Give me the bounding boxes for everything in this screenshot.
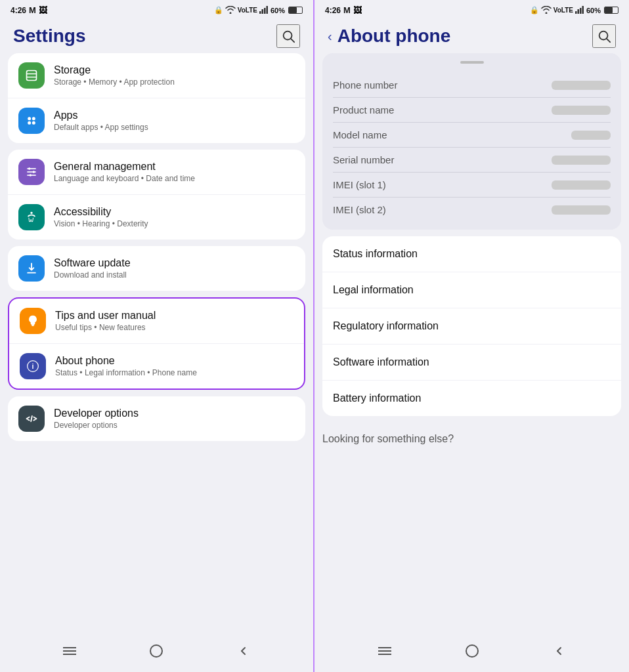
developer-text: Developer options Developer options bbox=[54, 408, 295, 430]
search-icon-right bbox=[597, 29, 611, 43]
imei1-label: IMEI (slot 1) bbox=[333, 179, 386, 190]
svg-point-18 bbox=[30, 174, 32, 176]
about-phone-subtitle: Status • Legal information • Phone name bbox=[55, 368, 293, 377]
developer-icon bbox=[18, 406, 45, 432]
gallery-icon: 🖼 bbox=[39, 5, 47, 15]
search-icon-left bbox=[281, 29, 295, 43]
signal-icon bbox=[259, 6, 269, 15]
svg-rect-31 bbox=[580, 8, 582, 14]
svg-point-16 bbox=[28, 167, 30, 169]
status-info-title: Status information bbox=[333, 248, 418, 260]
imei2-value bbox=[552, 205, 611, 215]
battery-icon-right bbox=[604, 7, 618, 14]
right-status-right: 🔒 VoLTE 60% bbox=[530, 6, 618, 15]
phone-number-label: Phone number bbox=[333, 79, 397, 91]
general-title: General management bbox=[54, 161, 295, 173]
developer-subtitle: Developer options bbox=[54, 421, 295, 430]
svg-rect-3 bbox=[266, 6, 268, 14]
battery-info-title: Battery information bbox=[333, 392, 421, 404]
storage-icon bbox=[18, 62, 45, 89]
software-info-title: Software information bbox=[333, 356, 429, 368]
settings-item-software-update[interactable]: Software update Download and install bbox=[8, 246, 305, 291]
looking-section: Looking for something else? bbox=[322, 423, 621, 450]
home-button-left[interactable] bbox=[146, 640, 167, 662]
software-update-title: Software update bbox=[54, 257, 295, 269]
back-button-right[interactable]: ‹ bbox=[328, 29, 332, 44]
group-tips-about: Tips and user manual Useful tips • New f… bbox=[8, 297, 305, 390]
back-button-left[interactable] bbox=[233, 640, 254, 662]
home-button-right[interactable] bbox=[462, 640, 483, 662]
tips-icon bbox=[20, 308, 46, 334]
settings-item-about-phone[interactable]: i About phone Status • Legal information… bbox=[9, 344, 304, 388]
imei1-value bbox=[552, 180, 611, 190]
software-update-icon bbox=[18, 255, 45, 282]
accessibility-subtitle: Vision • Hearing • Dexterity bbox=[54, 219, 295, 228]
left-nav-bar bbox=[0, 633, 313, 672]
volte-icon: VoLTE bbox=[238, 7, 257, 14]
wifi-icon bbox=[225, 6, 236, 15]
settings-item-storage[interactable]: Storage Storage • Memory • App protectio… bbox=[8, 53, 305, 98]
svg-rect-21 bbox=[32, 326, 33, 326]
apps-title: Apps bbox=[54, 110, 295, 121]
about-phone-icon: i bbox=[20, 353, 46, 379]
svg-point-17 bbox=[33, 171, 35, 173]
svg-point-38 bbox=[466, 645, 478, 657]
svg-point-12 bbox=[32, 121, 35, 125]
search-button-right[interactable] bbox=[592, 24, 616, 48]
about-item-status-info[interactable]: Status information bbox=[322, 236, 621, 272]
about-item-regulatory-info[interactable]: Regulatory information bbox=[322, 308, 621, 345]
phone-info-card: Phone number Product name Model name Ser… bbox=[322, 53, 621, 230]
regulatory-info-title: Regulatory information bbox=[333, 320, 439, 332]
svg-rect-2 bbox=[264, 8, 266, 14]
battery-percent-left: 60% bbox=[271, 7, 285, 14]
svg-text:i: i bbox=[32, 362, 33, 370]
legal-info-title: Legal information bbox=[333, 284, 414, 296]
about-item-battery-info[interactable]: Battery information bbox=[322, 381, 621, 416]
model-name-label: Model name bbox=[333, 129, 387, 140]
left-header: Settings bbox=[0, 18, 313, 53]
recents-button-left[interactable] bbox=[59, 640, 80, 662]
apps-text: Apps Default apps • App settings bbox=[54, 110, 295, 132]
accessibility-text: Accessibility Vision • Hearing • Dexteri… bbox=[54, 206, 295, 228]
settings-item-general[interactable]: General management Language and keyboard… bbox=[8, 150, 305, 195]
settings-item-tips[interactable]: Tips and user manual Useful tips • New f… bbox=[9, 299, 304, 344]
mail-icon-right: M bbox=[343, 5, 351, 15]
battery-percent-right: 60% bbox=[586, 7, 601, 14]
right-status-bar: 4:26 M 🖼 🔒 VoLTE bbox=[314, 0, 629, 18]
serial-label: Serial number bbox=[333, 154, 394, 165]
time-left: 4:26 bbox=[11, 6, 26, 15]
tips-subtitle: Useful tips • New features bbox=[55, 323, 293, 332]
about-item-software-info[interactable]: Software information bbox=[322, 345, 621, 381]
group-software-update: Software update Download and install bbox=[8, 246, 305, 291]
software-update-text: Software update Download and install bbox=[54, 257, 295, 280]
svg-rect-0 bbox=[259, 11, 261, 14]
product-name-label: Product name bbox=[333, 104, 394, 116]
svg-rect-1 bbox=[261, 9, 263, 14]
back-button-bottom-right[interactable] bbox=[549, 640, 570, 662]
settings-item-apps[interactable]: Apps Default apps • App settings bbox=[8, 98, 305, 143]
info-row-product-name: Product name bbox=[333, 98, 611, 123]
serial-value bbox=[552, 156, 611, 165]
storage-subtitle: Storage • Memory • App protection bbox=[54, 77, 295, 87]
svg-rect-29 bbox=[575, 11, 577, 14]
info-row-imei2: IMEI (slot 2) bbox=[333, 198, 611, 222]
settings-item-accessibility[interactable]: Accessibility Vision • Hearing • Dexteri… bbox=[8, 195, 305, 240]
about-phone-page-title: About phone bbox=[337, 26, 451, 47]
settings-title: Settings bbox=[13, 26, 85, 47]
settings-item-developer[interactable]: Developer options Developer options bbox=[8, 396, 305, 441]
accessibility-icon bbox=[18, 204, 45, 230]
info-row-serial: Serial number bbox=[333, 148, 611, 173]
search-button-left[interactable] bbox=[276, 24, 300, 48]
about-phone-text: About phone Status • Legal information •… bbox=[55, 355, 293, 377]
about-item-legal-info[interactable]: Legal information bbox=[322, 272, 621, 308]
svg-point-28 bbox=[150, 645, 162, 657]
about-phone-title: About phone bbox=[55, 355, 293, 367]
svg-line-34 bbox=[607, 39, 610, 42]
time-right: 4:26 bbox=[325, 6, 341, 15]
svg-line-24 bbox=[31, 416, 32, 421]
svg-point-10 bbox=[32, 117, 35, 120]
wifi-icon-right bbox=[541, 6, 552, 15]
status-left: 4:26 M 🖼 bbox=[11, 5, 47, 15]
recents-button-right[interactable] bbox=[374, 640, 395, 662]
left-status-bar: 4:26 M 🖼 🔒 VoLTE bbox=[0, 0, 313, 18]
